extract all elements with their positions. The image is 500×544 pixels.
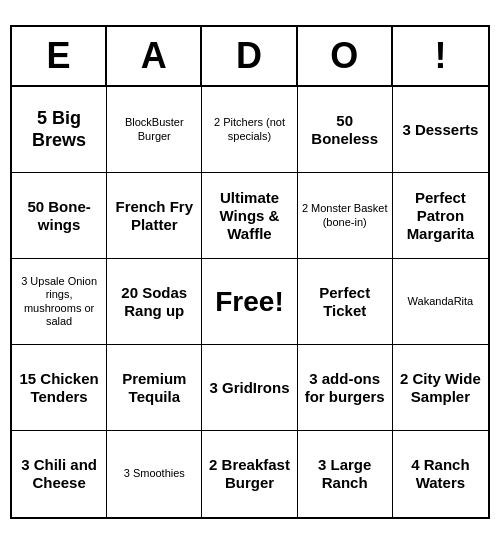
bingo-cell-18: 3 add-ons for burgers bbox=[298, 345, 393, 431]
bingo-cell-14: WakandaRita bbox=[393, 259, 488, 345]
bingo-cell-9: Perfect Patron Margarita bbox=[393, 173, 488, 259]
bingo-cell-7: Ultimate Wings & Waffle bbox=[202, 173, 297, 259]
bingo-cell-22: 2 Breakfast Burger bbox=[202, 431, 297, 517]
bingo-cell-2: 2 Pitchers (not specials) bbox=[202, 87, 297, 173]
bingo-cell-13: Perfect Ticket bbox=[298, 259, 393, 345]
bingo-cell-23: 3 Large Ranch bbox=[298, 431, 393, 517]
bingo-cell-12: Free! bbox=[202, 259, 297, 345]
bingo-cell-5: 50 Bone-wings bbox=[12, 173, 107, 259]
bingo-cell-1: BlockBuster Burger bbox=[107, 87, 202, 173]
bingo-cell-17: 3 GridIrons bbox=[202, 345, 297, 431]
bingo-cell-21: 3 Smoothies bbox=[107, 431, 202, 517]
bingo-grid: 5 Big BrewsBlockBuster Burger2 Pitchers … bbox=[12, 87, 488, 517]
header-letter-E: E bbox=[12, 27, 107, 85]
header-letter-O: O bbox=[298, 27, 393, 85]
bingo-card: EADO! 5 Big BrewsBlockBuster Burger2 Pit… bbox=[10, 25, 490, 519]
bingo-header: EADO! bbox=[12, 27, 488, 87]
header-letter-A: A bbox=[107, 27, 202, 85]
bingo-cell-10: 3 Upsale Onion rings, mushrooms or salad bbox=[12, 259, 107, 345]
bingo-cell-6: French Fry Platter bbox=[107, 173, 202, 259]
bingo-cell-15: 15 Chicken Tenders bbox=[12, 345, 107, 431]
bingo-cell-8: 2 Monster Basket (bone-in) bbox=[298, 173, 393, 259]
bingo-cell-11: 20 Sodas Rang up bbox=[107, 259, 202, 345]
bingo-cell-3: 50 Boneless bbox=[298, 87, 393, 173]
bingo-cell-20: 3 Chili and Cheese bbox=[12, 431, 107, 517]
header-letter-D: D bbox=[202, 27, 297, 85]
bingo-cell-19: 2 City Wide Sampler bbox=[393, 345, 488, 431]
bingo-cell-24: 4 Ranch Waters bbox=[393, 431, 488, 517]
bingo-cell-0: 5 Big Brews bbox=[12, 87, 107, 173]
bingo-cell-4: 3 Desserts bbox=[393, 87, 488, 173]
bingo-cell-16: Premium Tequila bbox=[107, 345, 202, 431]
header-letter-!: ! bbox=[393, 27, 488, 85]
